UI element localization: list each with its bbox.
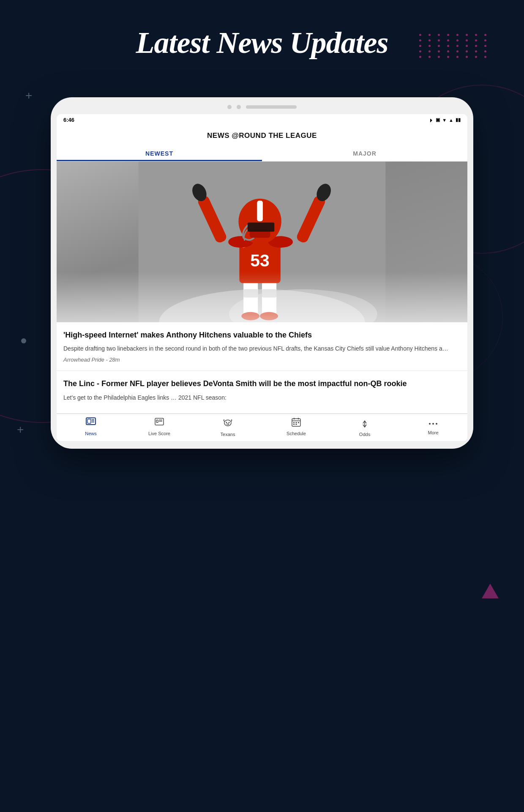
svg-rect-43 <box>298 422 299 423</box>
article-2-body: Let's get to the Philadelphia Eagles lin… <box>63 393 461 402</box>
svg-point-36 <box>227 423 229 425</box>
schedule-icon <box>292 417 301 429</box>
app-title: NEWS @ROUND THE LEAGUE <box>57 132 467 146</box>
article-2[interactable]: The Linc - Former NFL player believes De… <box>57 371 467 413</box>
hero-image: 53 C <box>57 162 467 322</box>
decorative-plus-2: + <box>17 423 24 436</box>
status-time: 6:46 <box>63 117 74 123</box>
nav-texans-label: Texans <box>221 432 235 437</box>
status-bar: 6:46 ⏵ ▣ ▼ ▲ ▮▮ <box>57 114 467 126</box>
tab-major[interactable]: MAJOR <box>262 146 467 161</box>
hero-fog <box>57 272 467 322</box>
nav-live-score[interactable]: Live Score <box>125 417 194 437</box>
tab-newest[interactable]: NEWEST <box>57 146 262 161</box>
svg-rect-42 <box>296 422 297 423</box>
news-list: 'High-speed Internet' makes Anthony Hitc… <box>57 322 467 414</box>
phone-mockup: 6:46 ⏵ ▣ ▼ ▲ ▮▮ NEWS @ROUND THE LEAGUE N… <box>51 97 473 449</box>
wifi-icon: ▼ <box>442 118 447 123</box>
page-title: Latest News Updates <box>0 25 524 60</box>
nav-more[interactable]: More <box>399 417 467 437</box>
nav-texans[interactable]: Texans <box>194 417 262 437</box>
nav-odds-label: Odds <box>359 432 370 437</box>
texans-icon <box>223 417 233 430</box>
article-2-title: The Linc - Former NFL player believes De… <box>63 379 461 389</box>
nav-more-label: More <box>428 430 438 435</box>
nav-news[interactable]: News <box>57 417 125 437</box>
media-icon: ⏵ <box>429 118 434 123</box>
article-1[interactable]: 'High-speed Internet' makes Anthony Hitc… <box>57 322 467 371</box>
phone-top-bar <box>57 105 467 109</box>
tab-bar: NEWEST MAJOR <box>57 146 467 161</box>
bottom-nav: News Live Score <box>57 414 467 441</box>
article-1-source: Arrowhead Pride - 28m <box>63 357 461 363</box>
nav-schedule-label: Schedule <box>287 431 306 436</box>
live-score-icon <box>154 417 164 429</box>
svg-point-49 <box>436 423 437 425</box>
phone-speaker <box>246 105 297 109</box>
nav-news-label: News <box>85 431 97 436</box>
phone-screen: 6:46 ⏵ ▣ ▼ ▲ ▮▮ NEWS @ROUND THE LEAGUE N… <box>57 114 467 441</box>
battery-icon: ▮▮ <box>456 117 461 123</box>
svg-rect-21 <box>257 201 263 222</box>
decorative-plus-1: + <box>25 89 32 102</box>
phone-dot-2 <box>237 105 241 109</box>
more-icon <box>428 417 438 428</box>
svg-point-47 <box>429 423 431 425</box>
news-icon <box>86 417 96 429</box>
nav-live-score-label: Live Score <box>148 431 170 436</box>
signal-icon: ▲ <box>449 118 453 123</box>
svg-rect-45 <box>296 424 297 425</box>
storage-icon: ▣ <box>436 117 440 123</box>
svg-rect-44 <box>293 424 295 425</box>
app-header: NEWS @ROUND THE LEAGUE NEWEST MAJOR <box>57 126 467 162</box>
article-1-title: 'High-speed Internet' makes Anthony Hitc… <box>63 330 461 340</box>
svg-text:53: 53 <box>250 251 270 270</box>
svg-point-34 <box>226 422 227 423</box>
svg-rect-41 <box>293 422 295 423</box>
nav-odds[interactable]: Odds <box>330 417 399 437</box>
odds-icon <box>360 417 369 430</box>
phone-dot-1 <box>227 105 232 109</box>
article-1-body: Despite drafting two linebackers in the … <box>63 344 461 353</box>
svg-rect-23 <box>248 222 274 231</box>
nav-schedule[interactable]: Schedule <box>262 417 330 437</box>
svg-rect-25 <box>87 419 91 423</box>
status-icons: ⏵ ▣ ▼ ▲ ▮▮ <box>429 117 461 123</box>
svg-point-35 <box>229 422 230 423</box>
svg-rect-30 <box>156 420 158 422</box>
svg-point-48 <box>432 423 434 425</box>
